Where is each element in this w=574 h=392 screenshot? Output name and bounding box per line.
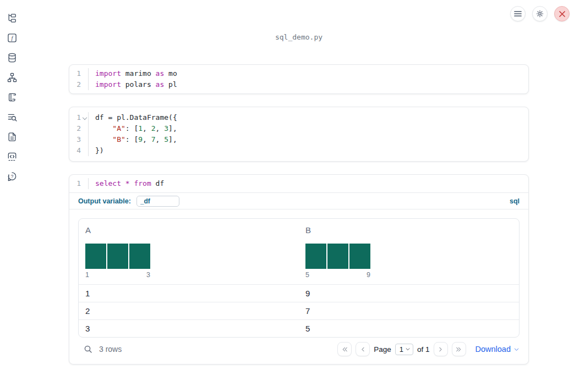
histogram-bar[interactable]	[305, 244, 326, 269]
table-body: 192735	[79, 284, 519, 337]
chevrons-left-icon	[341, 346, 348, 353]
code-line: 2 "A": [1, 2, 3],	[69, 123, 528, 134]
fold-spacer	[81, 79, 88, 90]
histogram-bar[interactable]	[107, 244, 128, 269]
sidebar-item-snippets[interactable]	[0, 147, 24, 167]
sidebar-item-data-sources[interactable]	[0, 48, 24, 68]
table-cell: 1	[79, 285, 299, 302]
code-line: 1import marimo as mo	[69, 68, 528, 79]
line-gutter: 3	[69, 134, 89, 145]
line-gutter: 1	[69, 68, 89, 79]
cell-dataframe: 1df = pl.DataFrame({2 "A": [1, 2, 3],3 "…	[69, 107, 529, 162]
code-text: select * from df	[89, 178, 164, 189]
histogram-max-label: 9	[367, 271, 370, 279]
database-icon	[7, 52, 18, 63]
page-select[interactable]: 1	[395, 344, 413, 355]
notebook: sql_demo.py 1import marimo as mo2import …	[69, 0, 529, 365]
row-count: 3 rows	[99, 345, 122, 354]
line-number: 1	[69, 112, 81, 123]
table-row: 19	[79, 284, 519, 302]
code-line: 2import polars as pl	[69, 79, 528, 90]
code-editor[interactable]: 1import marimo as mo2import polars as pl	[69, 68, 528, 90]
line-number: 4	[69, 145, 81, 156]
page-select-value: 1	[400, 345, 403, 354]
sidebar-item-dependency-graph[interactable]	[0, 68, 24, 87]
next-page-button[interactable]	[434, 342, 448, 356]
first-page-button[interactable]	[337, 342, 352, 356]
column-histogram	[85, 244, 293, 269]
fold-spacer	[81, 68, 88, 79]
table-footer: 3 rows Page 1	[78, 342, 520, 356]
column-header-b[interactable]: B 5 9	[299, 219, 519, 284]
histogram-axis: 1 3	[85, 271, 150, 279]
code-text: import marimo as mo	[89, 68, 177, 79]
histogram-bar[interactable]	[85, 244, 106, 269]
histogram-bar[interactable]	[349, 244, 370, 269]
dataframe-table: A 1 3 B 5 9	[78, 218, 520, 338]
histogram-axis: 5 9	[305, 271, 370, 279]
notebook-filename: sql_demo.py	[69, 33, 529, 43]
code-line: 3 "B": [9, 7, 5],	[69, 134, 528, 145]
line-gutter: 1	[69, 178, 89, 189]
table-cell: 7	[299, 302, 519, 319]
column-name: A	[85, 225, 293, 235]
help-icon: ?	[7, 171, 18, 182]
sql-editor[interactable]: 1select * from df	[69, 175, 528, 192]
table-row: 35	[79, 319, 519, 337]
svg-text:f: f	[12, 35, 14, 41]
sidebar-item-variable-explorer[interactable]	[0, 107, 24, 127]
file-text-icon	[7, 131, 18, 142]
chevrons-right-icon	[455, 346, 462, 353]
sidebar-item-functions[interactable]: f	[0, 28, 24, 48]
column-header-a[interactable]: A 1 3	[79, 219, 299, 284]
line-gutter: 2	[69, 123, 89, 134]
fold-spacer	[81, 178, 88, 189]
language-badge: sql	[510, 197, 520, 205]
search-icon[interactable]	[84, 345, 93, 354]
chevron-right-icon	[437, 346, 444, 353]
settings-button[interactable]	[532, 6, 548, 21]
table-cell: 2	[79, 302, 299, 319]
sidebar-item-documentation[interactable]	[0, 127, 24, 147]
histogram-max-label: 3	[146, 271, 150, 279]
table-row: 27	[79, 302, 519, 319]
sidebar-item-help[interactable]: ?	[0, 167, 24, 186]
shutdown-button[interactable]	[554, 6, 570, 21]
cell-imports: 1import marimo as mo2import polars as pl	[69, 64, 529, 94]
histogram-min-label: 5	[305, 271, 309, 279]
code-editor[interactable]: 1df = pl.DataFrame({2 "A": [1, 2, 3],3 "…	[69, 112, 528, 156]
file-tree-icon	[7, 13, 18, 24]
fold-toggle-icon[interactable]	[81, 112, 88, 123]
download-button[interactable]: Download	[475, 345, 520, 354]
footer-left: 3 rows	[78, 345, 122, 354]
line-number: 2	[69, 79, 81, 90]
network-icon	[7, 72, 18, 83]
list-search-icon	[7, 112, 18, 123]
code-snippets-icon	[7, 151, 18, 162]
cell-output: A 1 3 B 5 9	[69, 209, 528, 364]
fold-spacer	[81, 123, 88, 134]
code-text: "A": [1, 2, 3],	[89, 123, 177, 134]
column-histogram	[305, 244, 513, 269]
code-line: 4})	[69, 145, 528, 156]
previous-page-button[interactable]	[356, 342, 370, 356]
table-header: A 1 3 B 5 9	[79, 219, 519, 284]
gear-icon	[535, 9, 544, 18]
output-variable-input[interactable]	[136, 196, 179, 207]
chevron-down-icon	[405, 346, 411, 352]
fold-spacer	[81, 134, 88, 145]
sidebar-item-logs[interactable]	[0, 87, 24, 107]
table-cell: 5	[299, 320, 519, 337]
histogram-min-label: 1	[85, 271, 89, 279]
sidebar-item-file-explorer[interactable]	[0, 8, 24, 28]
histogram-bar[interactable]	[327, 244, 348, 269]
histogram-bar[interactable]	[129, 244, 150, 269]
function-icon: f	[7, 32, 18, 43]
line-number: 1	[69, 68, 81, 79]
line-number: 3	[69, 134, 81, 145]
cell-sql: 1select * from df Output variable: sql A…	[69, 174, 529, 365]
scroll-icon	[7, 92, 18, 103]
svg-text:?: ?	[11, 174, 14, 179]
code-text: df = pl.DataFrame({	[89, 112, 177, 123]
last-page-button[interactable]	[452, 342, 466, 356]
